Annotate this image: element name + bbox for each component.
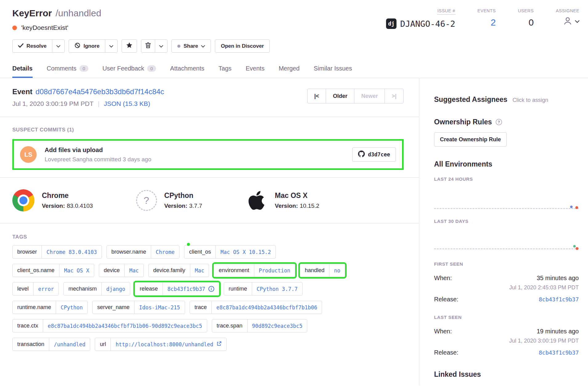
tab-details[interactable]: Details bbox=[12, 61, 33, 78]
stat-issue-number: ISSUE # dj DJANGO-46-2 bbox=[386, 8, 455, 31]
error-level-dot bbox=[12, 26, 17, 30]
event-contexts-section: Chrome Version:83.0.4103 ? CPython Versi… bbox=[0, 178, 419, 223]
tag-key: trace.ctx bbox=[13, 320, 43, 332]
context-name: Mac OS X bbox=[275, 191, 319, 200]
when-label: When: bbox=[434, 328, 452, 335]
suspect-commit-row: LS Add files via upload Lovepreet Sangha… bbox=[12, 139, 404, 170]
version-value: 3.7.7 bbox=[189, 203, 202, 209]
tag-value-link[interactable]: CPython bbox=[56, 301, 87, 314]
tag-key: browser.name bbox=[107, 246, 151, 258]
tag-pill-trace: tracee8c87ba1dc494bb2a4346bcfbf7b1b06 bbox=[190, 301, 322, 314]
when-label: When: bbox=[434, 275, 452, 282]
tag-pill-trace-span: trace.span90d892c9eace3bc5 bbox=[212, 319, 308, 332]
tag-pill-environment: environmentProduction bbox=[214, 264, 295, 277]
page-title: KeyError bbox=[12, 8, 52, 18]
tag-pill-client-os: client_osMac OS X 10.15.2 bbox=[184, 245, 276, 259]
chevron-down-icon bbox=[56, 43, 60, 49]
tag-value-link[interactable]: Mac bbox=[190, 264, 209, 277]
help-icon[interactable]: ? bbox=[496, 119, 502, 125]
tag-pill-runtime: runtimeCPython 3.7.7 bbox=[224, 282, 303, 296]
suggested-assignees-hint: Click to assign bbox=[513, 97, 548, 103]
last-30-days-sparkline bbox=[434, 248, 579, 250]
tag-value-link[interactable]: e8c87ba1dc494bb2a4346bcfbf7b1b06 bbox=[211, 301, 322, 314]
tag-pill-mechanism: mechanismdjango bbox=[63, 282, 130, 296]
tag-key: trace bbox=[190, 301, 211, 314]
tab-user-feedback[interactable]: User Feedback0 bbox=[103, 61, 156, 78]
tag-value-link[interactable]: CPython 3.7.7 bbox=[252, 283, 302, 295]
tag-key: url bbox=[95, 338, 111, 351]
tab-tags[interactable]: Tags bbox=[219, 61, 232, 78]
tab-attachments[interactable]: Attachments bbox=[170, 61, 204, 78]
tab-similar-issues[interactable]: Similar Issues bbox=[314, 61, 352, 78]
ignore-button[interactable]: Ignore bbox=[69, 39, 105, 53]
tab-events[interactable]: Events bbox=[246, 61, 264, 78]
events-label: EVENTS bbox=[477, 8, 496, 13]
tag-value-link[interactable]: Mac OS X 10.15.2 bbox=[215, 246, 276, 258]
open-in-discover-button[interactable]: Open in Discover bbox=[215, 39, 270, 53]
resolve-button[interactable]: Resolve bbox=[12, 39, 52, 53]
share-button[interactable]: Share bbox=[171, 39, 211, 53]
tag-key: device bbox=[99, 264, 124, 277]
tag-value-link[interactable]: no bbox=[329, 264, 345, 277]
tag-value-link[interactable]: Mac OS X bbox=[59, 264, 94, 277]
open-in-discover-label: Open in Discover bbox=[221, 43, 264, 49]
last-seen-release-link[interactable]: 8cb43f1c9b37 bbox=[539, 349, 579, 356]
ownership-rules-block: Ownership Rules ? bbox=[434, 118, 579, 126]
create-ownership-rule-button[interactable]: Create Ownership Rule bbox=[434, 132, 507, 147]
tag-pill-release: release8cb43f1c9b37i bbox=[135, 282, 219, 296]
tags-section: TAGS browserChrome 83.0.4103 browser.nam… bbox=[0, 223, 419, 363]
issue-details-page: KeyError/unhandled 'keyDoesntExist' ISSU… bbox=[0, 0, 588, 385]
tag-value-link[interactable]: Mac bbox=[124, 264, 143, 277]
tag-key: device.family bbox=[149, 264, 190, 277]
tag-value-link[interactable]: Chrome 83.0.4103 bbox=[42, 246, 102, 258]
tag-value-link[interactable]: 8cb43f1c9b37i bbox=[163, 283, 219, 295]
tag-pill-device: deviceMac bbox=[99, 264, 144, 277]
check-icon bbox=[18, 43, 23, 49]
newest-event-button[interactable]: >| bbox=[385, 89, 404, 103]
tag-pill-browser-name: browser.nameChrome bbox=[107, 245, 179, 259]
tag-value-link[interactable]: Idos-iMac-215 bbox=[134, 301, 185, 314]
person-icon bbox=[563, 16, 573, 27]
tag-value-link[interactable]: error bbox=[33, 283, 58, 295]
tab-comments[interactable]: Comments0 bbox=[47, 61, 88, 78]
issue-culprit-path: /unhandled bbox=[55, 8, 101, 18]
event-json-link[interactable]: JSON (15.3 KB) bbox=[104, 100, 150, 107]
suspect-commits-heading: SUSPECT COMMITS (1) bbox=[12, 127, 404, 133]
tag-value-link[interactable]: Production bbox=[254, 264, 295, 277]
tag-pill-trace-ctx: trace.ctxe8c87ba1dc494bb2a4346bcfbf7b1b0… bbox=[12, 319, 207, 332]
stat-events: EVENTS 2 bbox=[477, 8, 496, 31]
tag-value-link[interactable]: http://localhost:8000/unhandled bbox=[111, 338, 226, 351]
tab-merged[interactable]: Merged bbox=[279, 61, 300, 78]
context-name: CPython bbox=[164, 191, 202, 200]
skip-to-last-icon: >| bbox=[392, 93, 397, 99]
tag-value-link[interactable]: Chrome bbox=[151, 246, 179, 258]
ignore-dropdown-button[interactable] bbox=[105, 39, 118, 53]
tag-key: client_os bbox=[184, 246, 215, 258]
stat-users: USERS 0 bbox=[518, 8, 534, 31]
info-icon[interactable]: i bbox=[208, 286, 214, 292]
issue-header: KeyError/unhandled 'keyDoesntExist' ISSU… bbox=[0, 0, 588, 31]
tag-value-link[interactable]: 90d892c9eace3bc5 bbox=[247, 320, 307, 332]
delete-dropdown-button[interactable] bbox=[155, 39, 167, 53]
delete-button[interactable] bbox=[141, 39, 155, 53]
external-link-icon bbox=[216, 341, 222, 348]
committer-avatar: LS bbox=[20, 146, 37, 163]
trash-icon bbox=[145, 42, 151, 50]
oldest-event-button[interactable]: |< bbox=[307, 89, 326, 103]
bookmark-star-button[interactable] bbox=[122, 39, 137, 53]
newer-event-button[interactable]: Newer bbox=[354, 89, 385, 103]
issue-short-id[interactable]: DJANGO-46-2 bbox=[400, 19, 455, 29]
tag-value-link[interactable]: django bbox=[101, 283, 130, 295]
tag-value-link[interactable]: e8c87ba1dc494bb2a4346bcfbf7b1b06-90d892c… bbox=[43, 320, 207, 332]
first-seen-release-link[interactable]: 8cb43f1c9b37 bbox=[539, 296, 579, 303]
resolve-dropdown-button[interactable] bbox=[52, 39, 65, 53]
commit-meta: Lovepreet Sangha committed 3 days ago bbox=[45, 156, 344, 163]
event-date: Jul 1, 2020 3:00:19 PM PDT bbox=[12, 100, 94, 107]
skip-to-first-icon: |< bbox=[314, 93, 319, 99]
older-event-button[interactable]: Older bbox=[326, 89, 354, 103]
first-seen-ago: 35 minutes ago bbox=[537, 275, 579, 282]
commit-sha-button[interactable]: d3d7cee bbox=[352, 147, 396, 162]
assignee-selector[interactable] bbox=[556, 16, 579, 27]
tag-value-link[interactable]: /unhandled bbox=[49, 338, 90, 351]
event-id-link[interactable]: d08d7667e4a5476eb3b3db6d7f14c84c bbox=[35, 87, 164, 96]
